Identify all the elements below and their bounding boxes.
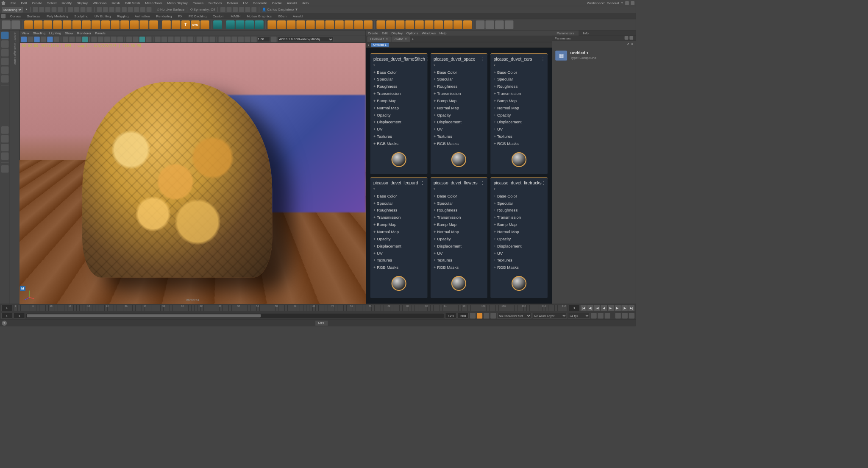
collapse-toggle[interactable]: ▾ (490, 187, 548, 191)
poly-pyramid-icon[interactable] (101, 20, 110, 29)
node-attr[interactable]: Textures (494, 133, 545, 140)
node-attr[interactable]: UV (494, 126, 545, 133)
more-icon[interactable]: ⋮ (542, 181, 545, 186)
workspace-selector[interactable]: Workspace: General ▼ (587, 1, 634, 5)
vp-tool-icon[interactable] (245, 36, 250, 42)
colorspace-dropdown[interactable]: ACES 1.0 SDR-video (sRGB) (278, 37, 334, 42)
shelf-icon[interactable] (505, 20, 514, 29)
node-attr[interactable]: UV (434, 250, 484, 257)
menu-generate[interactable]: Generate (250, 1, 270, 5)
node-attr[interactable]: Textures (434, 133, 484, 140)
shelf-icon[interactable] (406, 20, 415, 29)
ne-tab[interactable]: Untitled 1× (367, 36, 391, 42)
vp-tool-icon[interactable] (203, 36, 209, 42)
poly-helix-icon[interactable] (130, 20, 139, 29)
node-attr[interactable]: Transmission (434, 90, 484, 97)
user-label[interactable]: 👤 Carlos Carpintero ▼ (262, 8, 298, 12)
node-attr[interactable]: Roughness (434, 207, 484, 214)
range-track[interactable] (26, 314, 444, 318)
status-icon[interactable] (103, 7, 108, 12)
shelf-icon[interactable] (316, 20, 325, 29)
shelf-tab-custom[interactable]: Custom (209, 13, 227, 19)
ne-menu-display[interactable]: Display (392, 31, 403, 35)
node-attr[interactable]: Opacity (494, 235, 545, 242)
help-icon[interactable]: ? (2, 320, 7, 326)
shelf-icon[interactable] (255, 20, 264, 29)
vp-tool-icon[interactable] (168, 36, 173, 42)
menu-curves[interactable]: Curves (190, 1, 206, 5)
opt-icon[interactable] (591, 313, 596, 318)
opt-icon[interactable] (605, 313, 610, 318)
vp-tool-icon[interactable] (117, 36, 123, 42)
more-icon[interactable]: ⋮ (425, 56, 429, 61)
node-attr[interactable]: RGB Masks (434, 140, 484, 147)
shelf-tab-animation[interactable]: Animation (131, 13, 153, 19)
opt-icon[interactable] (484, 313, 489, 318)
symmetry-label[interactable]: ⟲ Symmetry: Off (190, 8, 215, 12)
timeline-ruler[interactable]: 2610141822263034384246505458626670747882… (14, 305, 567, 311)
opt-icon[interactable] (622, 313, 628, 318)
node-attr[interactable]: Opacity (494, 111, 545, 119)
range-total-input[interactable] (458, 313, 469, 318)
node-attr[interactable]: Base Color (434, 69, 484, 76)
snap-tool-icon[interactable] (1, 126, 9, 134)
node-attr[interactable]: Specular (434, 76, 484, 83)
opt-icon[interactable] (629, 313, 634, 318)
node-attr[interactable]: Textures (434, 257, 484, 264)
close-icon[interactable]: × (386, 36, 388, 42)
status-icon[interactable] (147, 7, 152, 12)
vp-tool-icon[interactable] (187, 36, 193, 42)
timeline-start-input[interactable] (1, 305, 12, 311)
shelf-tab-surfaces[interactable]: Surfaces (24, 13, 43, 19)
node-attr[interactable]: Transmission (373, 214, 424, 221)
menu-select[interactable]: Select (45, 1, 59, 5)
node-attr[interactable]: Displacement (494, 242, 545, 250)
node-attr[interactable]: Roughness (494, 207, 545, 214)
poly-platonic-icon[interactable] (92, 20, 100, 29)
menu-modify[interactable]: Modify (59, 1, 74, 5)
node-attr[interactable]: UV (373, 126, 424, 133)
lasso-tool-icon[interactable] (1, 40, 9, 48)
node-attr[interactable]: Specular (494, 76, 545, 83)
node-attr[interactable]: Roughness (373, 83, 424, 90)
collapse-toggle[interactable]: ▾ (370, 187, 428, 191)
node-attr[interactable]: Roughness (373, 207, 424, 214)
shelf-icon[interactable] (485, 20, 494, 29)
vp-tool-icon[interactable] (146, 36, 151, 42)
goto-end-icon[interactable]: ▶| (628, 305, 634, 311)
node-attr[interactable]: RGB Masks (494, 140, 545, 147)
status-icon[interactable] (220, 7, 225, 12)
material-node[interactable]: picasso_duvet_flameStitch⋮▾Base ColorSpe… (370, 53, 428, 174)
svg-tool-icon[interactable]: SVG (191, 20, 200, 29)
vp-tool-icon[interactable] (197, 36, 202, 42)
home-icon[interactable] (1, 1, 6, 5)
shelf-tab-rigging[interactable]: Rigging (114, 13, 132, 19)
menu-mesh[interactable]: Mesh (109, 1, 122, 5)
close-icon[interactable]: × (405, 36, 407, 42)
node-attr[interactable]: RGB Masks (373, 264, 424, 271)
vp-menu-renderer[interactable]: Renderer (77, 31, 92, 35)
close-icon[interactable] (629, 36, 633, 40)
node-attr[interactable]: Bump Map (373, 97, 424, 104)
vp-tool-icon[interactable] (271, 36, 276, 42)
shelf-icon[interactable] (386, 20, 395, 29)
node-attr[interactable]: Transmission (434, 214, 484, 221)
menu-cache[interactable]: Cache (270, 1, 284, 5)
menu-deform[interactable]: Deform (225, 1, 241, 5)
poly-cube-icon[interactable] (34, 20, 43, 29)
move-tool-icon[interactable] (1, 58, 9, 65)
node-attr[interactable]: Roughness (434, 83, 484, 90)
poly-disc-icon[interactable] (82, 20, 91, 29)
shelf-icon[interactable] (2, 20, 11, 29)
shelf-icon[interactable] (236, 20, 245, 29)
vp-tool-icon[interactable] (34, 36, 40, 42)
vp-tool-icon[interactable] (63, 36, 68, 42)
opt-icon[interactable] (598, 313, 604, 318)
status-icon[interactable] (39, 7, 44, 12)
shelf-icon[interactable] (326, 20, 334, 29)
shelf-tab-polymodeling[interactable]: Poly Modeling (44, 13, 71, 19)
node-attr[interactable]: Opacity (373, 111, 424, 119)
vp-tool-icon[interactable] (133, 36, 138, 42)
poly-sphere-icon[interactable] (24, 20, 33, 29)
back-icon[interactable]: ‹ (368, 43, 369, 47)
